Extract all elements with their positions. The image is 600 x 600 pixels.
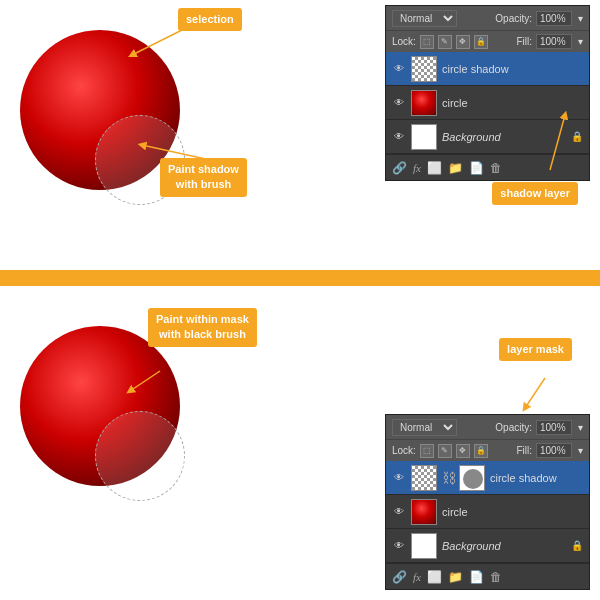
bottom-lock-icon-2[interactable]: ✎ bbox=[438, 444, 452, 458]
top-fill-label: Fill: bbox=[516, 36, 532, 47]
selection-label: selection bbox=[178, 8, 242, 31]
top-thumb-background bbox=[411, 124, 437, 150]
top-layer-name-background: Background bbox=[442, 131, 566, 143]
footer-icon-mask[interactable]: ⬜ bbox=[427, 161, 442, 175]
bottom-layer-background[interactable]: 👁 Background 🔒 bbox=[386, 529, 589, 563]
bottom-blend-mode-select[interactable]: Normal bbox=[392, 419, 457, 436]
layer-mask-label: layer mask bbox=[499, 338, 572, 361]
bottom-mask-inner bbox=[463, 469, 483, 489]
footer-icon-new[interactable]: 📄 bbox=[469, 161, 484, 175]
top-ps-panel: Normal Opacity: 100% ▾ Lock: ⬚ ✎ ✥ 🔒 Fil… bbox=[385, 5, 590, 181]
bottom-fill-label: Fill: bbox=[516, 445, 532, 456]
top-opacity-value: 100% bbox=[536, 11, 572, 26]
footer-icon-link[interactable]: 🔗 bbox=[392, 161, 407, 175]
bottom-fill-value: 100% bbox=[536, 443, 572, 458]
bottom-footer-icon-link[interactable]: 🔗 bbox=[392, 570, 407, 584]
bottom-footer-icon-trash[interactable]: 🗑 bbox=[490, 570, 502, 584]
bottom-opacity-arrow: ▾ bbox=[578, 422, 583, 433]
top-lock-icons: ⬚ ✎ ✥ 🔒 bbox=[420, 35, 488, 49]
bottom-footer-icon-mask[interactable]: ⬜ bbox=[427, 570, 442, 584]
top-eye-background[interactable]: 👁 bbox=[392, 130, 406, 144]
shadow-layer-label: shadow layer bbox=[492, 182, 578, 205]
lock-icon-padlock[interactable]: 🔒 bbox=[474, 35, 488, 49]
bottom-footer-icon-new[interactable]: 📄 bbox=[469, 570, 484, 584]
bottom-lock-icon-3[interactable]: ✥ bbox=[456, 444, 470, 458]
top-layer-background[interactable]: 👁 Background 🔒 bbox=[386, 120, 589, 154]
bottom-footer-icon-folder[interactable]: 📁 bbox=[448, 570, 463, 584]
top-section: selection Paint shadow with brush Normal… bbox=[0, 0, 600, 270]
bottom-mask-thumb bbox=[459, 465, 485, 491]
bottom-layer-background-lock: 🔒 bbox=[571, 540, 583, 551]
footer-icon-fx[interactable]: fx bbox=[413, 162, 421, 174]
top-fill-arrow: ▾ bbox=[578, 36, 583, 47]
bottom-panel-footer: 🔗 fx ⬜ 📁 📄 🗑 bbox=[386, 563, 589, 589]
top-panel-footer: 🔗 fx ⬜ 📁 📄 🗑 bbox=[386, 154, 589, 180]
top-thumb-circle-shadow bbox=[411, 56, 437, 82]
bottom-footer-icon-fx[interactable]: fx bbox=[413, 571, 421, 583]
top-opacity-label: Opacity: bbox=[495, 13, 532, 24]
bottom-lock-row: Lock: ⬚ ✎ ✥ 🔒 Fill: 100% ▾ bbox=[386, 439, 589, 461]
bottom-layer-name-circle: circle bbox=[442, 506, 583, 518]
bottom-thumb-background bbox=[411, 533, 437, 559]
footer-icon-trash[interactable]: 🗑 bbox=[490, 161, 502, 175]
svg-line-4 bbox=[525, 378, 545, 408]
bottom-panel-header: Normal Opacity: 100% ▾ bbox=[386, 415, 589, 439]
top-panel-header: Normal Opacity: 100% ▾ bbox=[386, 6, 589, 30]
top-layer-name-circle: circle bbox=[442, 97, 583, 109]
section-divider bbox=[0, 270, 600, 286]
lock-icon-arrows[interactable]: ✥ bbox=[456, 35, 470, 49]
top-blend-mode-select[interactable]: Normal bbox=[392, 10, 457, 27]
bottom-layer-name-circle-shadow: circle shadow bbox=[490, 472, 583, 484]
bottom-eye-circle-shadow[interactable]: 👁 bbox=[392, 471, 406, 485]
bottom-thumb-circle bbox=[411, 499, 437, 525]
paint-mask-label: Paint within mask with black brush bbox=[148, 308, 257, 347]
top-fill-value: 100% bbox=[536, 34, 572, 49]
bottom-layer-name-background: Background bbox=[442, 540, 566, 552]
bottom-lock-label: Lock: bbox=[392, 445, 416, 456]
top-eye-circle-shadow[interactable]: 👁 bbox=[392, 62, 406, 76]
bottom-opacity-label: Opacity: bbox=[495, 422, 532, 433]
top-eye-circle[interactable]: 👁 bbox=[392, 96, 406, 110]
top-opacity-arrow: ▾ bbox=[578, 13, 583, 24]
top-lock-row: Lock: ⬚ ✎ ✥ 🔒 Fill: 100% ▾ bbox=[386, 30, 589, 52]
footer-icon-folder[interactable]: 📁 bbox=[448, 161, 463, 175]
bottom-eye-circle[interactable]: 👁 bbox=[392, 505, 406, 519]
top-layer-background-lock: 🔒 bbox=[571, 131, 583, 142]
top-layer-name-circle-shadow: circle shadow bbox=[442, 63, 583, 75]
bottom-eye-background[interactable]: 👁 bbox=[392, 539, 406, 553]
bottom-lock-icon-1[interactable]: ⬚ bbox=[420, 444, 434, 458]
bottom-fill-arrow: ▾ bbox=[578, 445, 583, 456]
lock-icon-checkerboard[interactable]: ⬚ bbox=[420, 35, 434, 49]
paint-mask-text: Paint within mask with black brush bbox=[156, 313, 249, 340]
bottom-layer-circle-shadow[interactable]: 👁 ⛓ circle shadow bbox=[386, 461, 589, 495]
top-layer-circle[interactable]: 👁 circle bbox=[386, 86, 589, 120]
paint-shadow-text: Paint shadow with brush bbox=[168, 163, 239, 190]
bottom-section: Paint within mask with black brush layer… bbox=[0, 286, 600, 600]
paint-shadow-label: Paint shadow with brush bbox=[160, 158, 247, 197]
bottom-opacity-value: 100% bbox=[536, 420, 572, 435]
bottom-lock-icons: ⬚ ✎ ✥ 🔒 bbox=[420, 444, 488, 458]
top-lock-label: Lock: bbox=[392, 36, 416, 47]
bottom-ps-panel: Normal Opacity: 100% ▾ Lock: ⬚ ✎ ✥ 🔒 Fil… bbox=[385, 414, 590, 590]
top-layer-circle-shadow[interactable]: 👁 circle shadow bbox=[386, 52, 589, 86]
bottom-lock-icon-4[interactable]: 🔒 bbox=[474, 444, 488, 458]
lock-icon-brush[interactable]: ✎ bbox=[438, 35, 452, 49]
chain-icon: ⛓ bbox=[442, 470, 454, 486]
bottom-thumb-circle-shadow bbox=[411, 465, 437, 491]
top-thumb-circle bbox=[411, 90, 437, 116]
bottom-selection-circle bbox=[95, 411, 185, 501]
bottom-layer-circle[interactable]: 👁 circle bbox=[386, 495, 589, 529]
